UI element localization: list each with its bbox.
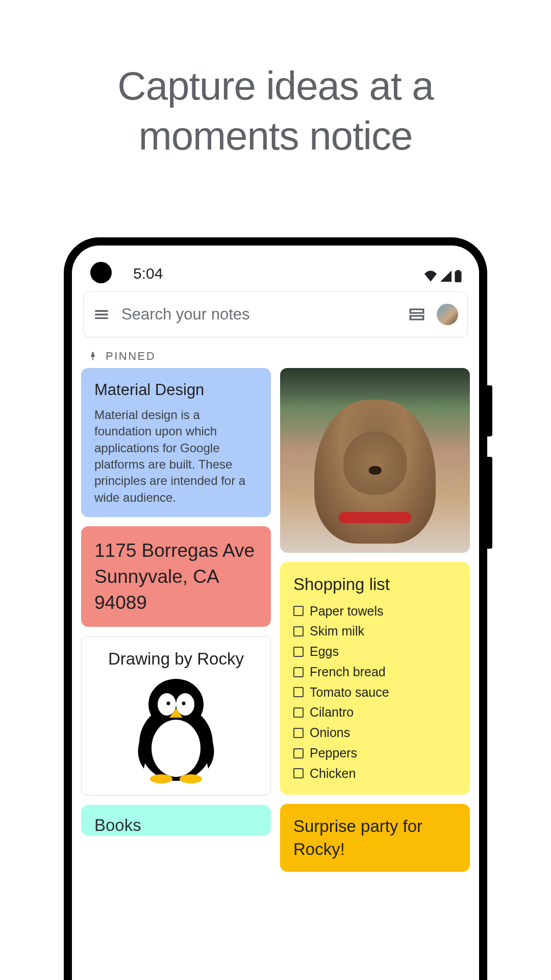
svg-point-10 [180,774,202,783]
phone-screen: 5:04 Search your notes PINNED Material D… [72,246,479,980]
checklist-label: French bread [310,664,386,681]
svg-rect-0 [455,271,461,282]
pin-icon [87,351,98,362]
note-address[interactable]: 1175 Borregas Ave Sunnyvale, CA 94089 [81,526,271,627]
note-drawing-title: Drawing by Rocky [95,648,257,671]
note-title: Material Design [94,379,258,401]
note-address-text: 1175 Borregas Ave Sunnyvale, CA 94089 [94,537,258,616]
checklist-item[interactable]: Chicken [293,764,457,784]
note-shopping-list[interactable]: Shopping list Paper towels Skim milk Egg… [280,562,470,795]
shopping-title: Shopping list [293,573,457,596]
checklist-label: Eggs [310,643,339,660]
note-party-title: Surprise party for Rocky! [293,815,457,861]
status-bar: 5:04 [72,246,479,285]
side-button-1 [484,385,492,436]
checkbox-icon[interactable] [293,768,304,778]
grid-view-icon[interactable] [408,306,425,323]
search-bar[interactable]: Search your notes [83,291,468,337]
checklist-item[interactable]: Paper towels [293,601,457,622]
svg-point-6 [176,693,194,716]
checklist-label: Cilantro [310,704,354,721]
note-material-design[interactable]: Material Design Material design is a fou… [81,368,271,517]
checklist-item[interactable]: French bread [293,662,457,682]
note-drawing[interactable]: Drawing by Rocky [81,636,271,796]
checklist-label: Paper towels [310,603,384,620]
notes-area[interactable]: Material Design Material design is a fou… [72,368,479,980]
checkbox-icon[interactable] [293,667,304,677]
note-body: Material design is a foundation upon whi… [94,407,258,506]
signal-icon [440,271,452,282]
checklist-label: Onions [310,724,350,742]
checkbox-icon[interactable] [293,647,304,657]
pinned-label: PINNED [106,350,156,363]
search-placeholder[interactable]: Search your notes [121,305,397,324]
svg-point-9 [150,774,172,783]
checklist-item[interactable]: Onions [293,723,457,743]
menu-icon[interactable] [93,306,110,323]
status-indicators [424,270,462,282]
svg-point-4 [152,720,201,777]
checkbox-icon[interactable] [293,626,304,636]
checkbox-icon[interactable] [293,687,304,697]
checkbox-icon[interactable] [293,728,304,738]
checklist-label: Tomato sauce [310,684,389,701]
promo-headline: Capture ideas at a moments notice [0,0,551,161]
checklist-item[interactable]: Peppers [293,743,457,764]
note-books[interactable]: Books [81,805,271,836]
wifi-icon [424,271,437,282]
status-time: 5:04 [133,265,163,282]
checklist-item[interactable]: Eggs [293,642,457,662]
note-surprise-party[interactable]: Surprise party for Rocky! [280,804,470,872]
phone-frame: 5:04 Search your notes PINNED Material D… [64,237,487,980]
battery-icon [455,270,462,282]
svg-point-8 [182,701,186,705]
pinned-section-header: PINNED [72,347,479,371]
checklist-item[interactable]: Skim milk [293,621,457,642]
side-button-2 [484,457,492,549]
camera-punch [90,262,112,283]
svg-point-5 [158,693,176,716]
checklist-item[interactable]: Cilantro [293,702,457,723]
checkbox-icon[interactable] [293,606,304,616]
note-books-title: Books [94,814,258,837]
checkbox-icon[interactable] [293,748,304,758]
checklist-label: Chicken [310,765,356,782]
penguin-drawing [128,677,224,784]
checklist-item[interactable]: Tomato sauce [293,682,457,703]
checklist-label: Skim milk [310,623,364,640]
svg-point-7 [167,701,170,705]
checklist-label: Peppers [310,745,357,762]
checkbox-icon[interactable] [293,707,304,718]
svg-rect-1 [457,270,460,272]
account-avatar[interactable] [437,304,458,325]
note-dog-photo[interactable] [280,368,470,553]
